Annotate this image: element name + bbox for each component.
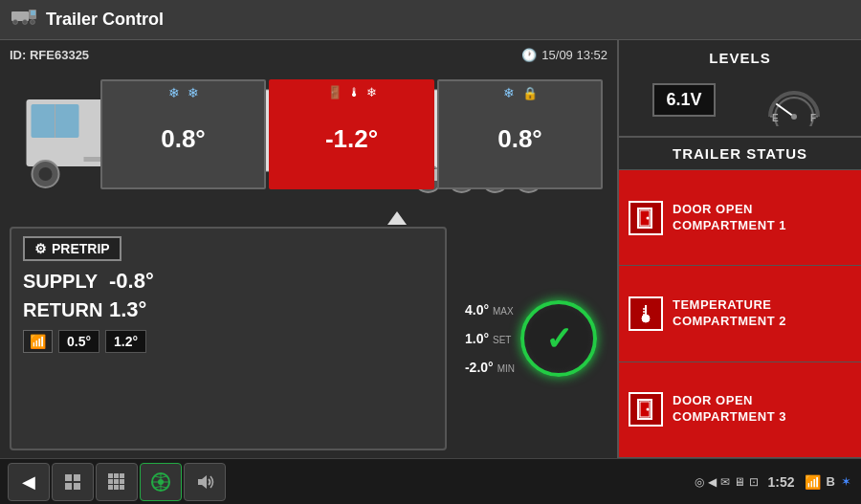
svg-rect-41 (65, 474, 72, 481)
svg-point-4 (23, 20, 28, 25)
nav-bar: ◀ (0, 458, 861, 504)
min-label: MIN (497, 363, 515, 374)
door-icon-3 (629, 392, 663, 427)
svg-point-40 (647, 408, 650, 411)
signal-values-row: 📶 0.5° 1.2° (23, 330, 433, 353)
svg-rect-42 (74, 474, 80, 481)
voltage-display: 6.1V (652, 83, 715, 117)
gauge-row: 4.0° MAX 1.0° SET -2.0° MIN ✓ (465, 300, 597, 377)
back-button[interactable]: ◀ (8, 463, 50, 501)
trailer-status-title: TRAILER STATUS (619, 138, 861, 170)
svg-rect-44 (74, 483, 80, 490)
svg-rect-51 (108, 485, 113, 490)
svg-marker-58 (198, 475, 207, 489)
temp-warn-icon-2: 🌡 (348, 85, 361, 99)
compartment-2[interactable]: 🚪 🌡 ❄ -1.2° (269, 79, 434, 189)
truck-icon (11, 9, 38, 31)
svg-rect-43 (65, 483, 72, 490)
svg-point-11 (39, 167, 53, 181)
svg-rect-50 (120, 479, 124, 484)
status-text-3: DOOR OPENCOMPARTMENT 3 (673, 393, 786, 426)
set-label: SET (493, 335, 511, 345)
status-item-1[interactable]: DOOR OPENCOMPARTMENT 1 (619, 170, 861, 266)
title-bar: Trailer Control (0, 0, 861, 40)
status-item-3[interactable]: DOOR OPENCOMPARTMENT 3 (619, 362, 861, 458)
svg-point-34 (642, 315, 650, 322)
status-text-2: TEMPERATURECOMPARTMENT 2 (673, 297, 786, 330)
pretrip-panel: ⚙ PRETRIP SUPPLY -0.8° RETURN 1.3° 📶 0 (10, 227, 447, 450)
datetime-value: 15/09 13:52 (541, 48, 607, 62)
door-icon-1 (629, 201, 663, 235)
nav-left: ◀ (0, 463, 685, 501)
snowflake-icon-2: ❄ (366, 85, 377, 99)
return-value: 1.3° (109, 297, 146, 322)
bt-icon: B (827, 474, 835, 489)
sd-icon: ⊡ (749, 475, 759, 489)
max-temp-value: 4.0° (465, 302, 489, 318)
clock-icon: 🕐 (521, 48, 537, 62)
wifi-icon: 📶 (805, 474, 821, 490)
snowflake-icon-1a: ❄ (168, 85, 180, 100)
comp2-temp: -1.2° (325, 124, 378, 154)
set-temp-value: 1.0° (465, 331, 489, 346)
grid4-button[interactable] (52, 463, 94, 501)
return-label: RETURN (23, 299, 99, 321)
svg-rect-49 (114, 479, 119, 484)
svg-rect-0 (11, 11, 29, 21)
info-bar: ID: RFE63325 🕐 15/09 13:52 (10, 48, 607, 62)
volume-button[interactable] (184, 463, 226, 501)
mail-icon: ✉ (720, 475, 730, 489)
snowflake-icon-3: ❄ (503, 85, 515, 100)
signal-icon: 📶 (30, 334, 46, 349)
left-panel: ID: RFE63325 🕐 15/09 13:52 (0, 40, 617, 458)
bottom-section: ⚙ PRETRIP SUPPLY -0.8° RETURN 1.3° 📶 0 (10, 227, 607, 450)
target-icon: ◎ (695, 475, 704, 489)
supply-value: -0.8° (109, 269, 154, 294)
levels-section: LEVELS 6.1V E F (619, 40, 861, 138)
compartment-1[interactable]: ❄ ❄ 0.8° (100, 79, 266, 189)
trailer-visual: ❄ ❄ 0.8° 🚪 🌡 ❄ -1.2° (10, 68, 607, 221)
signal-value-1: 0.5° (58, 330, 99, 353)
main-area: ID: RFE63325 🕐 15/09 13:52 (0, 40, 861, 458)
network-button[interactable] (140, 463, 182, 501)
play-icon: ◀ (708, 475, 717, 489)
pretrip-badge: ⚙ PRETRIP (23, 236, 121, 261)
gauge-panel: 4.0° MAX 1.0° SET -2.0° MIN ✓ (454, 227, 607, 450)
comp1-temp: 0.8° (161, 124, 206, 154)
compartments-container: ❄ ❄ 0.8° 🚪 🌡 ❄ -1.2° (100, 79, 603, 189)
monitor-icon: 🖥 (734, 475, 745, 489)
fuel-gauge-svg: E F (761, 74, 828, 126)
svg-rect-46 (114, 473, 119, 478)
temp-icon-2 (629, 296, 663, 331)
svg-point-32 (647, 216, 650, 219)
svg-text:F: F (810, 113, 816, 123)
compartment-3[interactable]: ❄ 🔒 0.8° (437, 79, 603, 189)
voltage-value: 6.1V (666, 90, 701, 110)
bluetooth-icon: ✶ (841, 474, 851, 489)
lock-icon-3: 🔒 (522, 86, 538, 100)
svg-point-27 (791, 114, 797, 120)
pretrip-label: PRETRIP (52, 241, 110, 256)
status-time: 1:52 (768, 474, 795, 490)
max-label: MAX (493, 306, 514, 317)
grid9-button[interactable] (96, 463, 138, 501)
levels-row: 6.1V E F (630, 74, 850, 126)
trailer-id: ID: RFE63325 (10, 48, 89, 62)
return-row: RETURN 1.3° (23, 297, 433, 322)
svg-point-3 (13, 20, 18, 25)
status-text-1: DOOR OPENCOMPARTMENT 1 (673, 202, 786, 234)
svg-rect-48 (108, 479, 113, 484)
gauge-temps: 4.0° MAX 1.0° SET -2.0° MIN (465, 302, 515, 375)
status-icons: ◎ ◀ ✉ 🖥 ⊡ (695, 475, 759, 489)
datetime-area: 🕐 15/09 13:52 (521, 48, 607, 62)
pretrip-settings-icon: ⚙ (34, 241, 47, 256)
status-item-2[interactable]: TEMPERATURECOMPARTMENT 2 (619, 266, 861, 362)
levels-title: LEVELS (630, 50, 850, 66)
svg-rect-53 (120, 485, 124, 490)
signal-value-2: 1.2° (105, 330, 146, 353)
page-title: Trailer Control (46, 10, 164, 30)
check-gauge: ✓ (520, 300, 597, 377)
svg-text:E: E (772, 113, 779, 123)
nav-right: ◎ ◀ ✉ 🖥 ⊡ 1:52 📶 B ✶ (685, 474, 861, 490)
door-warn-icon-2: 🚪 (327, 85, 342, 99)
